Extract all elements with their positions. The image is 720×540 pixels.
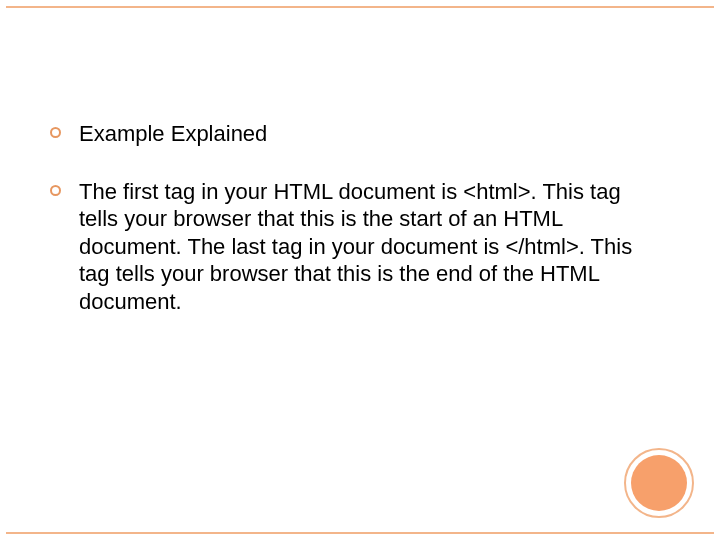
content-area: Example Explained The first tag in your … [50,120,650,345]
slide: Example Explained The first tag in your … [0,0,720,540]
list-item: The first tag in your HTML document is <… [50,178,650,316]
bullet-icon [50,185,61,196]
list-item: Example Explained [50,120,650,148]
bullet-text: Example Explained [79,120,650,148]
border-top [6,6,714,8]
circle-fill-icon [631,455,687,511]
bullet-text: The first tag in your HTML document is <… [79,178,650,316]
border-bottom [6,532,714,534]
bullet-icon [50,127,61,138]
corner-decoration [624,448,694,518]
